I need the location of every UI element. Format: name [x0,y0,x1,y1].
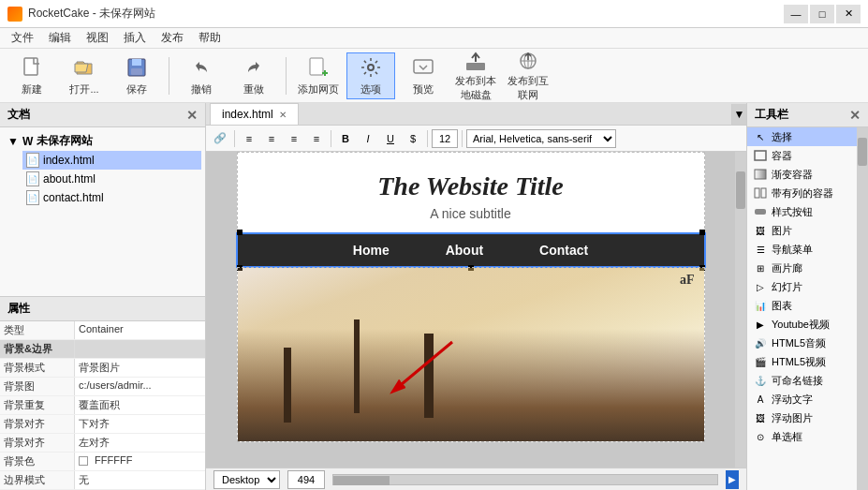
file-item-contact[interactable]: 📄 contact.html [22,188,201,207]
redo-button[interactable]: 重做 [229,52,278,99]
save-button[interactable]: 保存 [112,52,161,99]
menu-edit[interactable]: 编辑 [41,28,79,48]
publish-local-button[interactable]: 发布到本地磁盘 [451,52,500,99]
canvas-vscrollbar[interactable] [735,152,746,468]
fmt-link-btn[interactable]: 🔗 [210,128,230,149]
tool-youtube[interactable]: ▶ Youtube视频 [747,315,857,334]
fmt-dollar-btn[interactable]: $ [403,128,423,149]
canvas-width-input[interactable] [287,470,325,489]
open-button[interactable]: 打开... [60,52,109,99]
fmt-align-left-btn[interactable]: ≡ [239,128,259,149]
fmt-bold-btn[interactable]: B [335,128,356,149]
tool-float-text[interactable]: A 浮动文字 [747,390,857,408]
props-value-0: 背景图片 [75,359,205,377]
nav-home[interactable]: Home [353,243,390,258]
options-icon [358,54,384,81]
maximize-button[interactable]: □ [810,5,834,23]
menu-help[interactable]: 帮助 [191,28,228,48]
props-value-3: 下对齐 [75,415,205,433]
publish-web-button[interactable]: 发布到互联网 [504,52,552,99]
canvas-scroll-wrapper[interactable]: The Website Title A nice subtitle Home A… [206,152,735,468]
gradient-icon [753,167,768,182]
menu-file[interactable]: 文件 [4,28,41,48]
tool-gallery[interactable]: ⊞ 画片廊 [747,259,857,277]
fmt-align-center-btn[interactable]: ≡ [261,128,282,149]
fmt-align-justify-btn[interactable]: ≡ [306,128,327,149]
tool-audio[interactable]: 🔊 HTML5音频 [747,334,857,352]
undo-button[interactable]: 撤销 [177,52,226,99]
h-scrollbar-thumb[interactable] [333,476,390,485]
h-scrollbar[interactable] [332,474,718,485]
nav-contact[interactable]: Contact [539,243,588,258]
float-text-icon: A [753,392,768,407]
content-border: aF [237,267,705,442]
toolbox-vscrollbar[interactable] [857,127,868,490]
file-item-index[interactable]: 📄 index.html [22,151,201,170]
resize-handle-tr[interactable] [699,230,705,235]
tool-link[interactable]: ⚓ 可命名链接 [747,371,857,390]
site-nav: Home About Contact [237,233,705,267]
nav-icon: ☰ [753,242,768,257]
publish-web-icon [515,50,541,72]
viewport-select[interactable]: Desktop [213,470,280,489]
new-icon [19,54,45,81]
tool-container-label: 容器 [772,149,792,163]
tool-columns[interactable]: 带有列的容器 [747,184,857,202]
new-button[interactable]: 新建 [7,52,56,99]
content-bg: aF [238,268,704,441]
youtube-icon: ▶ [753,317,768,332]
svg-rect-16 [755,188,759,198]
file-item-about[interactable]: 📄 about.html [22,170,201,188]
slideshow-icon: ▷ [753,279,768,294]
properties-header: 属性 [0,297,205,321]
tool-image[interactable]: 🖼 图片 [747,221,857,240]
menu-insert[interactable]: 插入 [116,28,154,48]
file-label-contact: contact.html [43,191,104,204]
props-row-6: 边界模式 无 [0,471,205,490]
fmt-underline-btn[interactable]: U [380,128,401,149]
documents-close[interactable]: ✕ [186,108,198,123]
tool-select[interactable]: ↖ 选择 [747,127,857,146]
toolbox-vscrollbar-thumb[interactable] [858,138,867,166]
canvas-vscrollbar-thumb[interactable] [736,171,745,209]
menu-publish[interactable]: 发布 [154,28,191,48]
menu-view[interactable]: 视图 [79,28,116,48]
preview-button[interactable]: 预览 [399,52,448,99]
tree-root[interactable]: ▼ W 未保存网站 [4,131,201,151]
nav-container: Home About Contact [237,233,705,267]
fmt-italic-btn[interactable]: I [358,128,378,149]
title-bar: RocketCake - 未保存网站 — □ ✕ [0,0,868,28]
redo-icon [241,54,267,81]
canvas-scroll-right[interactable]: ▶ [726,470,739,489]
tab-index[interactable]: index.html ✕ [210,103,299,125]
tab-scroll-button[interactable]: ▼ [731,104,746,125]
tool-container[interactable]: 容器 [747,146,857,165]
options-button[interactable]: 选项 [346,52,395,99]
resize-handle-tl[interactable] [237,230,243,235]
nav-about[interactable]: About [446,243,483,258]
fmt-align-right-btn[interactable]: ≡ [284,128,304,149]
font-family-select[interactable]: Arial, Helvetica, sans-serif [466,129,616,148]
documents-header: 文档 ✕ [0,103,205,127]
tool-radio[interactable]: ⊙ 单选框 [747,427,857,446]
undo-icon [188,54,214,81]
website-canvas: The Website Title A nice subtitle Home A… [237,152,705,442]
close-button[interactable]: ✕ [836,5,861,23]
file-icon-contact: 📄 [26,190,39,205]
tool-nav[interactable]: ☰ 导航菜单 [747,240,857,259]
editor-tab-bar: index.html ✕ ▼ [206,103,746,126]
tool-video[interactable]: 🎬 HTML5视频 [747,352,857,371]
tool-float-img[interactable]: 🖼 浮动图片 [747,408,857,427]
chart-icon: 📊 [753,298,768,313]
font-size-input[interactable] [432,129,458,148]
tool-style-btn[interactable]: 样式按钮 [747,202,857,221]
tool-gradient[interactable]: 渐变容器 [747,165,857,184]
document-tree: ▼ W 未保存网站 📄 index.html 📄 about.html 📄 co… [0,127,205,296]
tab-index-close[interactable]: ✕ [279,110,287,120]
minimize-button[interactable]: — [784,5,808,23]
add-page-button[interactable]: 添加网页 [294,52,343,99]
tool-chart[interactable]: 📊 图表 [747,296,857,315]
gallery-icon: ⊞ [753,260,768,275]
tool-slideshow[interactable]: ▷ 幻灯片 [747,277,857,296]
toolbox-close[interactable]: ✕ [849,108,861,123]
